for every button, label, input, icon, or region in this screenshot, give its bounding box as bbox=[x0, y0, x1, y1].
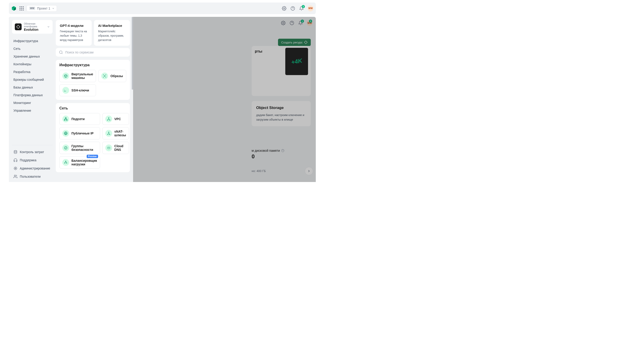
svc-snat[interactable]: sNAT-шлюзы bbox=[102, 127, 129, 140]
svc-ssh-keys[interactable]: >_SSH SSH-ключи bbox=[60, 84, 96, 96]
svc-subnets[interactable]: Подсети bbox=[60, 113, 100, 125]
admin-link[interactable]: Администрирование bbox=[12, 165, 52, 172]
terminal-icon: >_SSH bbox=[62, 87, 69, 94]
headset-icon bbox=[14, 158, 18, 162]
app-logo[interactable] bbox=[11, 6, 16, 11]
svc-security-groups[interactable]: Группы безопасности bbox=[60, 142, 100, 154]
promo-gpt4[interactable]: GPT-4 модели Генерация текста на любые т… bbox=[56, 20, 92, 46]
project-name: Проект 1 bbox=[37, 6, 50, 10]
coins-icon bbox=[14, 150, 18, 154]
nav-containers[interactable]: Контейнеры bbox=[12, 60, 52, 68]
nav-development[interactable]: Разработка bbox=[12, 68, 52, 76]
svc-load-balancer[interactable]: Preview Балансировщик нагрузки bbox=[60, 156, 100, 168]
nav-data-platform[interactable]: Платформа данных bbox=[12, 92, 52, 99]
chevron-down-icon bbox=[52, 7, 54, 10]
services-popover: Облачная платформа Evolution Инфраструкт… bbox=[9, 17, 133, 182]
nav-databases[interactable]: Базы данных bbox=[12, 84, 52, 91]
nav-monitoring[interactable]: Мониторинг bbox=[12, 99, 52, 106]
svg-point-13 bbox=[104, 76, 105, 76]
svc-vm[interactable]: Виртуальные машины bbox=[60, 70, 96, 82]
platform-icon bbox=[15, 24, 22, 30]
svg-point-31 bbox=[64, 163, 65, 164]
svg-point-10 bbox=[14, 175, 16, 176]
settings-icon[interactable] bbox=[282, 6, 287, 11]
nav-message-brokers[interactable]: Брокеры сообщений bbox=[12, 76, 52, 83]
svg-rect-18 bbox=[66, 120, 67, 120]
platform-switcher[interactable]: Облачная платформа Evolution bbox=[12, 20, 52, 34]
nav-management[interactable]: Управление bbox=[12, 107, 52, 114]
support-link[interactable]: Поддержка bbox=[12, 156, 52, 164]
shield-icon bbox=[62, 144, 69, 151]
user-avatar[interactable]: WW bbox=[308, 6, 314, 12]
svg-point-19 bbox=[108, 118, 109, 118]
svg-point-9 bbox=[15, 168, 16, 169]
svg-point-8 bbox=[14, 150, 17, 152]
service-search[interactable] bbox=[56, 48, 130, 57]
search-icon bbox=[59, 50, 63, 54]
section-network: Сеть Подсети VPC Публичные IP bbox=[56, 103, 130, 172]
balance-icon bbox=[62, 159, 69, 166]
svg-text:DNS: DNS bbox=[108, 148, 110, 148]
page-body: 1 WW 9 Создать ресурс рты +4K Object Sto… bbox=[9, 17, 316, 182]
cost-control-link[interactable]: Контроль затрат bbox=[12, 148, 52, 156]
svc-public-ip[interactable]: Публичные IP bbox=[60, 127, 100, 140]
help-icon[interactable] bbox=[290, 6, 295, 11]
gear-icon bbox=[14, 166, 18, 170]
network-icon bbox=[62, 116, 69, 122]
project-selector[interactable]: WW Проект 1 bbox=[26, 5, 57, 12]
svg-point-11 bbox=[60, 51, 62, 54]
globe-icon bbox=[62, 130, 69, 137]
users-link[interactable]: Пользователи bbox=[12, 173, 52, 180]
popover-main: GPT-4 модели Генерация текста на любые т… bbox=[54, 17, 133, 182]
svg-line-12 bbox=[62, 53, 62, 54]
search-input[interactable] bbox=[65, 50, 127, 54]
svc-images[interactable]: Образы bbox=[98, 70, 126, 82]
svg-point-0 bbox=[284, 8, 285, 9]
popover-sidebar: Облачная платформа Evolution Инфраструкт… bbox=[9, 17, 54, 182]
notif-badge: 1 bbox=[302, 5, 305, 8]
svg-point-30 bbox=[66, 161, 66, 162]
svg-point-27 bbox=[64, 146, 67, 149]
section-infrastructure: Инфраструктура Виртуальные машины Образы… bbox=[56, 60, 130, 100]
svg-text:>_: >_ bbox=[64, 90, 65, 90]
apps-grid-icon[interactable] bbox=[19, 6, 24, 11]
svg-text:SSH: SSH bbox=[64, 90, 66, 92]
scan-icon bbox=[101, 72, 108, 80]
svg-point-32 bbox=[66, 163, 67, 164]
svc-cloud-dns[interactable]: DNS Cloud DNS bbox=[102, 142, 129, 154]
svc-vpc[interactable]: VPC bbox=[102, 113, 129, 125]
dns-icon: DNS bbox=[105, 144, 112, 151]
nav-network[interactable]: Сеть bbox=[12, 45, 52, 52]
chevron-down-icon bbox=[47, 26, 50, 28]
router-icon bbox=[105, 130, 112, 137]
svg-point-24 bbox=[108, 132, 109, 133]
project-badge: WW bbox=[29, 6, 35, 10]
category-nav: Инфраструктура Сеть Хранение данных Конт… bbox=[12, 37, 52, 114]
bell-icon[interactable]: 1 bbox=[299, 6, 304, 11]
nodes-icon bbox=[105, 116, 112, 122]
promo-marketplace[interactable]: AI Marketplace Маркетплейс образов, прог… bbox=[94, 20, 130, 46]
users-icon bbox=[14, 174, 18, 178]
nav-infrastructure[interactable]: Инфраструктура bbox=[12, 37, 52, 44]
scrollbar[interactable] bbox=[132, 17, 133, 90]
svg-rect-17 bbox=[64, 120, 65, 120]
top-header: WW Проект 1 1 WW bbox=[9, 2, 316, 14]
svg-rect-16 bbox=[65, 118, 66, 118]
nav-storage[interactable]: Хранение данных bbox=[12, 53, 52, 60]
preview-badge: Preview bbox=[87, 155, 98, 158]
cube-icon bbox=[62, 72, 69, 80]
